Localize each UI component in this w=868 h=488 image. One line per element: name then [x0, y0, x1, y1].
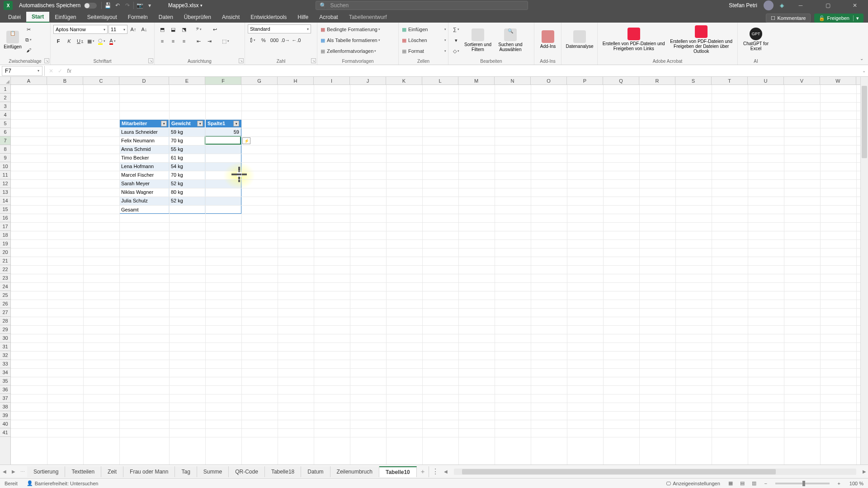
tab-start[interactable]: Start [26, 12, 49, 23]
row-header[interactable]: 20 [0, 248, 10, 257]
sheet-tab[interactable]: Sortierung [27, 466, 65, 477]
align-middle-button[interactable]: ⬓ [168, 24, 178, 34]
table-cell[interactable]: 80 kg [169, 188, 205, 197]
row-header[interactable]: 19 [0, 239, 10, 248]
row-header[interactable]: 15 [0, 205, 10, 214]
tab-einfuegen[interactable]: Einfügen [49, 12, 81, 23]
indent-decrease-button[interactable]: ⇤ [193, 36, 203, 46]
column-header[interactable]: S [675, 77, 712, 84]
zoom-level[interactable]: 100 % [845, 481, 868, 486]
tab-seitenlayout[interactable]: Seitenlayout [82, 12, 123, 23]
indent-increase-button[interactable]: ⇥ [204, 36, 214, 46]
dialog-launcher-icon[interactable]: ↘ [239, 58, 244, 63]
row-header[interactable]: 3 [0, 102, 10, 111]
table-cell[interactable]: Anna Schmid [119, 145, 169, 154]
row-header[interactable]: 30 [0, 334, 10, 343]
row-header[interactable]: 40 [0, 420, 10, 428]
table-total-cell[interactable]: Gesamt [119, 205, 169, 214]
row-header[interactable]: 27 [0, 308, 10, 317]
row-header[interactable]: 39 [0, 411, 10, 420]
column-header[interactable]: H [278, 77, 314, 84]
table-header[interactable]: Gewicht▾ [169, 119, 205, 128]
sheet-tab[interactable]: Datum [301, 466, 330, 477]
camera-icon[interactable]: 📷 [135, 0, 145, 10]
cell-styles-button[interactable]: ▦Zellenformatvorlagen▾ [320, 46, 397, 56]
grow-font-button[interactable]: A↑ [128, 24, 138, 34]
display-settings-button[interactable]: 🖵Anzeigeeinstellungen [661, 481, 725, 486]
table-cell[interactable]: 70 kg [169, 171, 205, 179]
borders-button[interactable]: ▦▾ [86, 36, 96, 46]
ribbon-collapse-button[interactable]: ⌄ [858, 55, 865, 62]
table-cell[interactable]: Julia Schulz [119, 197, 169, 205]
filter-dropdown-icon[interactable]: ▾ [197, 121, 203, 127]
row-header[interactable]: 31 [0, 343, 10, 351]
adobe-share-button[interactable]: Erstellen von PDF-Dateien und Freigeben … [668, 24, 735, 54]
table-cell[interactable] [205, 197, 241, 205]
row-header[interactable]: 25 [0, 291, 10, 300]
table-cell[interactable]: 54 kg [169, 162, 205, 171]
column-header[interactable]: B [47, 77, 83, 84]
sheet-tab[interactable]: Tag [175, 466, 197, 477]
merge-button[interactable]: ⬚▾ [221, 36, 231, 46]
row-header[interactable]: 26 [0, 300, 10, 308]
column-headers[interactable]: ABCDEFGHIJKLMNOPQRSTUVW [11, 77, 868, 85]
decrease-decimal-button[interactable]: ←.0 [291, 35, 301, 45]
dialog-launcher-icon[interactable]: ↘ [148, 58, 153, 63]
zoom-in-button[interactable]: + [833, 479, 845, 488]
table-cell[interactable] [205, 188, 241, 197]
table-cell[interactable]: 52 kg [169, 197, 205, 205]
row-header[interactable]: 41 [0, 428, 10, 437]
find-select-button[interactable]: 🔍Suchen und Auswählen [495, 25, 526, 55]
formula-input[interactable] [74, 66, 860, 76]
column-header[interactable]: P [567, 77, 603, 84]
table-cell[interactable]: 59 [205, 128, 241, 136]
column-header[interactable]: L [422, 77, 458, 84]
accessibility-status[interactable]: 👤Barrierefreiheit: Untersuchen [22, 480, 103, 486]
column-header[interactable]: U [748, 77, 784, 84]
column-header[interactable]: T [712, 77, 748, 84]
tab-acrobat[interactable]: Acrobat [314, 12, 343, 23]
table-cell[interactable] [205, 145, 241, 154]
tab-tabellenentwurf[interactable]: Tabellenentwurf [344, 12, 392, 23]
table-cell[interactable]: 70 kg [169, 136, 205, 145]
fill-button[interactable]: ▾ [451, 35, 461, 45]
sheet-nav-prev[interactable]: ◀ [0, 469, 9, 474]
clear-button[interactable]: ◇▾ [451, 46, 461, 56]
percent-button[interactable]: % [259, 35, 269, 45]
row-header[interactable]: 22 [0, 265, 10, 274]
add-sheet-button[interactable]: ＋ [417, 468, 429, 476]
row-header[interactable]: 28 [0, 317, 10, 325]
align-top-button[interactable]: ⬒ [157, 24, 167, 34]
share-button[interactable]: 🔓Freigeben▾ [814, 14, 863, 23]
row-header[interactable]: 7 [0, 136, 10, 145]
hscroll-right[interactable]: ▶ [861, 469, 868, 474]
row-header[interactable]: 10 [0, 162, 10, 171]
dialog-launcher-icon[interactable]: ↘ [311, 58, 316, 63]
filter-dropdown-icon[interactable]: ▾ [161, 121, 167, 127]
chatgpt-button[interactable]: GPTChatGPT for Excel [741, 24, 771, 54]
data-analysis-button[interactable]: Datenanalyse [564, 24, 595, 54]
increase-decimal-button[interactable]: .0→ [280, 35, 290, 45]
row-header[interactable]: 21 [0, 257, 10, 265]
filename[interactable]: Mappe3.xlsx▾ [168, 2, 203, 9]
table-cell[interactable] [205, 179, 241, 188]
row-header[interactable]: 5 [0, 119, 10, 128]
column-header[interactable]: V [784, 77, 820, 84]
number-format-combo[interactable]: Standard▾ [248, 24, 311, 33]
expand-formula-bar-button[interactable]: ⌄ [860, 68, 868, 73]
table-cell[interactable]: 59 kg [169, 128, 205, 136]
sheet-tab[interactable]: Tabelle10 [379, 466, 417, 477]
column-header[interactable]: J [350, 77, 386, 84]
minimize-button[interactable]: ─ [790, 0, 811, 11]
hscroll-left[interactable]: ◀ [442, 469, 449, 474]
underline-button[interactable]: U▾ [75, 36, 85, 46]
column-header[interactable]: R [639, 77, 675, 84]
row-header[interactable]: 12 [0, 179, 10, 188]
cut-button[interactable]: ✂ [24, 24, 33, 34]
table-cell[interactable] [205, 154, 241, 162]
table-header[interactable]: Spalte1▾ [205, 119, 241, 128]
row-header[interactable]: 11 [0, 171, 10, 179]
column-header[interactable]: C [83, 77, 119, 84]
font-color-button[interactable]: A▾ [108, 36, 118, 46]
row-header[interactable]: 4 [0, 111, 10, 119]
